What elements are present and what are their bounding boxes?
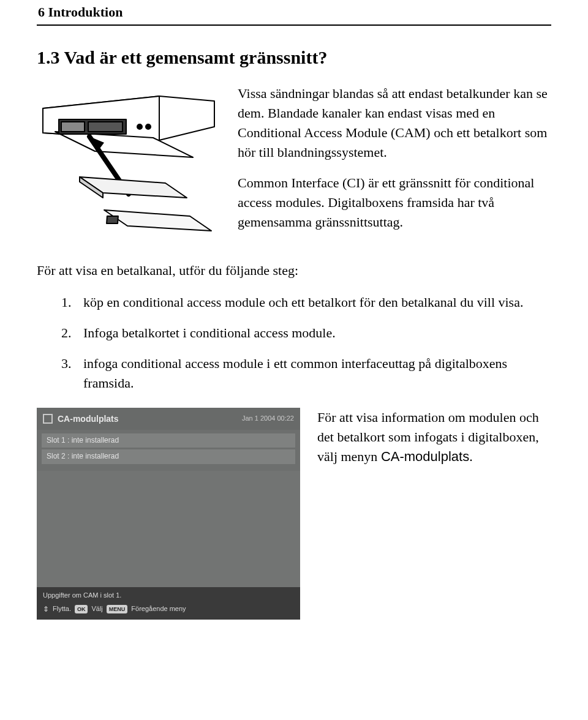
ok-badge: OK (75, 605, 88, 613)
step-item: köp en conditional access module och ett… (61, 293, 551, 312)
svg-point-3 (137, 124, 142, 129)
step-item: Infoga betalkortet i conditional access … (61, 323, 551, 343)
steps-list: köp en conditional access module och ett… (61, 293, 551, 393)
intro-paragraph-1: Vissa sändningar blandas så att endast b… (238, 84, 551, 162)
ui-datetime: Jan 1 2004 00:22 (242, 414, 294, 424)
key-move-label: Flytta. (53, 604, 71, 614)
info-paragraph: För att visa information om modulen och … (317, 408, 551, 467)
menu-name: CA-modulplats (381, 449, 469, 464)
updown-icon: ⇕ (43, 604, 49, 615)
ui-body-area (37, 471, 300, 587)
slot-row[interactable]: Slot 1 : inte installerad (42, 433, 295, 448)
ui-title-text: CA-modulplats (58, 413, 119, 425)
section-title: 1.3 Vad är ett gemensamt gränssnitt? (37, 44, 551, 71)
ui-hint: Uppgifter om CAM i slot 1. (43, 591, 294, 601)
slot-row[interactable]: Slot 2 : inte installerad (42, 449, 295, 463)
svg-rect-7 (107, 216, 118, 223)
svg-rect-2 (88, 122, 123, 132)
svg-rect-1 (61, 122, 85, 132)
device-illustration (37, 84, 221, 249)
ui-screenshot: CA-modulplats Jan 1 2004 00:22 Slot 1 : … (37, 408, 300, 620)
steps-lead: För att visa en betalkanal, utför du föl… (37, 261, 551, 280)
intro-paragraph-2: Common Interface (CI) är ett gränssnitt … (238, 173, 551, 232)
menu-badge: MENU (107, 605, 128, 613)
ui-keys-row: ⇕ Flytta. OK Välj MENU Föregående meny (43, 604, 294, 615)
svg-point-4 (146, 124, 151, 129)
square-icon (43, 414, 53, 424)
page-header: 6 Introduktion (37, 0, 551, 26)
info-text-after: . (469, 449, 473, 464)
ui-title: CA-modulplats (43, 413, 119, 425)
key-select-label: Välj (91, 604, 102, 614)
step-item: infoga conditional access module i ett c… (61, 354, 551, 393)
key-back-label: Föregående meny (131, 604, 186, 614)
